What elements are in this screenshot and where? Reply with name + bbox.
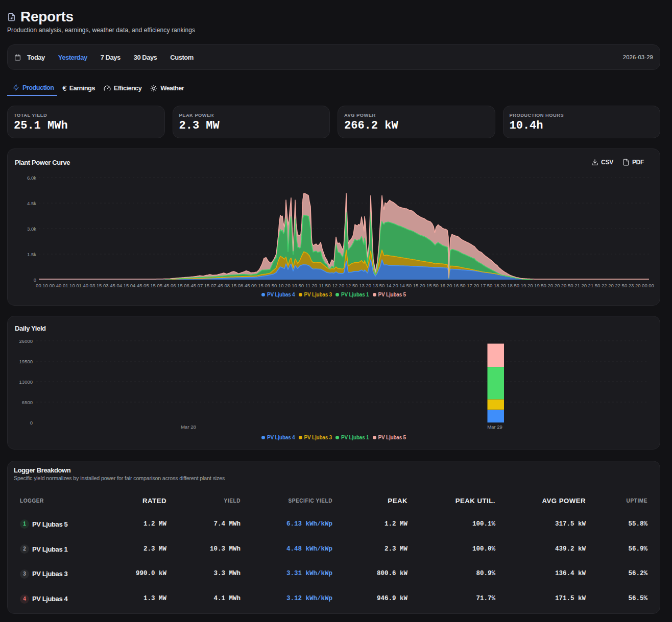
- svg-text:19500: 19500: [19, 359, 33, 364]
- svg-text:03:45: 03:45: [103, 283, 115, 288]
- svg-text:14:50: 14:50: [399, 283, 412, 288]
- svg-text:00:00: 00:00: [642, 283, 654, 288]
- svg-text:03:15: 03:15: [90, 283, 102, 288]
- svg-text:18:50: 18:50: [507, 283, 519, 288]
- svg-text:3.0k: 3.0k: [27, 226, 36, 232]
- svg-text:10:20: 10:20: [278, 283, 291, 288]
- svg-text:04:15: 04:15: [116, 283, 129, 288]
- svg-text:10:50: 10:50: [292, 283, 304, 288]
- svg-text:21:50: 21:50: [588, 283, 601, 288]
- svg-text:20:50: 20:50: [561, 283, 573, 288]
- svg-text:12:20: 12:20: [332, 283, 344, 288]
- svg-text:05:45: 05:45: [157, 283, 170, 288]
- svg-text:12:50: 12:50: [346, 283, 358, 288]
- svg-text:Mar 29: Mar 29: [487, 424, 502, 430]
- svg-text:0: 0: [34, 277, 36, 283]
- svg-text:4.5k: 4.5k: [27, 201, 36, 206]
- svg-text:13:20: 13:20: [359, 283, 371, 288]
- svg-text:6500: 6500: [22, 400, 33, 405]
- svg-text:16:50: 16:50: [453, 283, 466, 288]
- svg-text:13:50: 13:50: [373, 283, 385, 288]
- svg-text:0: 0: [30, 420, 33, 426]
- svg-text:19:50: 19:50: [534, 283, 546, 288]
- svg-text:21:20: 21:20: [574, 283, 587, 288]
- svg-text:26000: 26000: [19, 338, 33, 344]
- svg-text:15:20: 15:20: [413, 283, 425, 288]
- svg-text:23:20: 23:20: [629, 283, 641, 288]
- svg-text:19:20: 19:20: [521, 283, 533, 288]
- svg-text:11:20: 11:20: [305, 283, 317, 288]
- svg-text:00:40: 00:40: [50, 283, 62, 288]
- svg-text:09:50: 09:50: [265, 283, 277, 288]
- svg-text:01:40: 01:40: [76, 283, 88, 288]
- svg-text:17:50: 17:50: [481, 283, 493, 288]
- svg-text:17:20: 17:20: [467, 283, 479, 288]
- svg-text:05:15: 05:15: [143, 283, 156, 288]
- svg-text:16:20: 16:20: [440, 283, 452, 288]
- svg-text:Mar 28: Mar 28: [181, 424, 196, 430]
- svg-text:08:45: 08:45: [238, 283, 250, 288]
- svg-text:20:20: 20:20: [548, 283, 560, 288]
- svg-text:07:15: 07:15: [198, 283, 210, 288]
- svg-text:06:15: 06:15: [171, 283, 183, 288]
- svg-text:22:20: 22:20: [602, 283, 614, 288]
- svg-text:22:50: 22:50: [615, 283, 627, 288]
- svg-text:00:10: 00:10: [36, 283, 48, 288]
- svg-text:14:20: 14:20: [386, 283, 398, 288]
- svg-text:07:45: 07:45: [211, 283, 223, 288]
- svg-text:1.5k: 1.5k: [27, 252, 36, 257]
- svg-text:04:45: 04:45: [130, 283, 142, 288]
- svg-text:01:10: 01:10: [63, 283, 75, 288]
- svg-text:08:15: 08:15: [224, 283, 236, 288]
- svg-text:6.0k: 6.0k: [27, 175, 36, 181]
- svg-text:11:50: 11:50: [319, 283, 330, 288]
- svg-text:09:15: 09:15: [251, 283, 263, 288]
- svg-text:06:45: 06:45: [184, 283, 196, 288]
- svg-text:15:50: 15:50: [426, 283, 439, 288]
- svg-text:13000: 13000: [19, 379, 33, 385]
- svg-text:18:20: 18:20: [494, 283, 506, 288]
